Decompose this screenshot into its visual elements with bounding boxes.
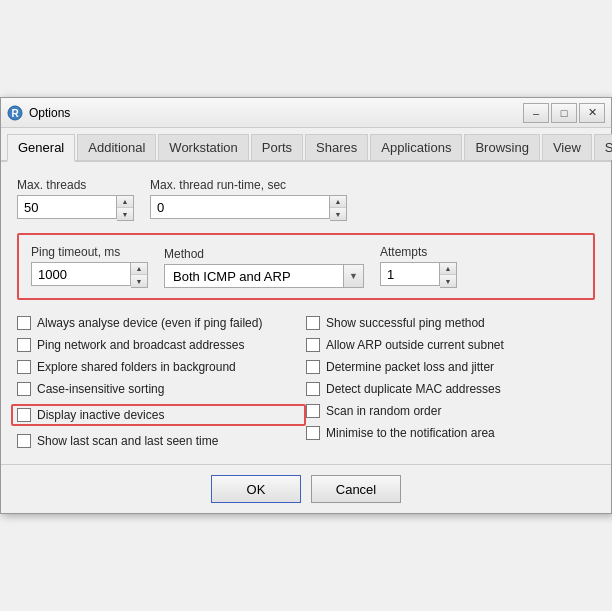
checkbox-packet-loss[interactable] <box>306 360 320 374</box>
checkbox-row-1-right: Allow ARP outside current subnet <box>306 338 595 352</box>
checkbox-show-last-scan[interactable] <box>17 434 31 448</box>
tab-applications[interactable]: Applications <box>370 134 462 160</box>
checkbox-row-2-right: Determine packet loss and jitter <box>306 360 595 374</box>
checkbox-minimise-label: Minimise to the notification area <box>326 426 495 440</box>
max-threads-up[interactable]: ▲ <box>117 196 133 208</box>
method-select-wrap: Both ICMP and ARP ICMP only ARP only ▼ <box>164 264 364 288</box>
checkbox-case-insensitive[interactable] <box>17 382 31 396</box>
max-threads-label: Max. threads <box>17 178 134 192</box>
tab-browsing[interactable]: Browsing <box>464 134 539 160</box>
checkbox-row-0-right: Show successful ping method <box>306 316 595 330</box>
tab-general[interactable]: General <box>7 134 75 162</box>
checkbox-ping-network-label: Ping network and broadcast addresses <box>37 338 244 352</box>
tab-bar: General Additional Workstation Ports Sha… <box>1 128 611 162</box>
cancel-button[interactable]: Cancel <box>311 475 401 503</box>
tab-workstation[interactable]: Workstation <box>158 134 248 160</box>
method-select[interactable]: Both ICMP and ARP ICMP only ARP only <box>164 264 344 288</box>
checkbox-random-order[interactable] <box>306 404 320 418</box>
ping-timeout-down[interactable]: ▼ <box>131 275 147 287</box>
ping-timeout-field: Ping timeout, ms ▲ ▼ <box>31 245 148 288</box>
close-button[interactable]: ✕ <box>579 103 605 123</box>
tab-shortcuts[interactable]: Shortcuts <box>594 134 612 160</box>
checkbox-packet-loss-label: Determine packet loss and jitter <box>326 360 494 374</box>
attempts-input[interactable] <box>380 262 440 286</box>
attempts-up[interactable]: ▲ <box>440 263 456 275</box>
tab-view[interactable]: View <box>542 134 592 160</box>
checkbox-row-4-right: Scan in random order <box>306 404 595 418</box>
svg-text:R: R <box>11 108 19 119</box>
checkboxes-area: Always analyse device (even if ping fail… <box>17 316 595 448</box>
checkbox-random-order-label: Scan in random order <box>326 404 441 418</box>
checkbox-show-ping-method-label: Show successful ping method <box>326 316 485 330</box>
threads-row: Max. threads ▲ ▼ Max. thread run-time, s… <box>17 178 595 221</box>
checkbox-row-2-left: Explore shared folders in background <box>17 360 306 374</box>
checkbox-row-5-left: Show last scan and last seen time <box>17 434 306 448</box>
checkbox-explore-shared[interactable] <box>17 360 31 374</box>
options-dialog: R Options – □ ✕ General Additional Works… <box>0 97 612 514</box>
window-title: Options <box>29 106 523 120</box>
attempts-spinner: ▲ ▼ <box>380 262 457 288</box>
max-threads-down[interactable]: ▼ <box>117 208 133 220</box>
checkbox-ping-network[interactable] <box>17 338 31 352</box>
checkbox-display-inactive[interactable] <box>17 408 31 422</box>
max-runtime-spinner-buttons: ▲ ▼ <box>330 195 347 221</box>
max-threads-input[interactable] <box>17 195 117 219</box>
checkbox-col-right: Show successful ping method Allow ARP ou… <box>306 316 595 448</box>
ping-section: Ping timeout, ms ▲ ▼ Method Both ICMP an… <box>17 233 595 300</box>
checkbox-col-left: Always analyse device (even if ping fail… <box>17 316 306 448</box>
ping-timeout-spinner: ▲ ▼ <box>31 262 148 288</box>
tab-ports[interactable]: Ports <box>251 134 303 160</box>
max-threads-spinner: ▲ ▼ <box>17 195 134 221</box>
tab-additional[interactable]: Additional <box>77 134 156 160</box>
checkbox-allow-arp[interactable] <box>306 338 320 352</box>
ping-timeout-spinner-buttons: ▲ ▼ <box>131 262 148 288</box>
minimize-button[interactable]: – <box>523 103 549 123</box>
attempts-down[interactable]: ▼ <box>440 275 456 287</box>
max-runtime-spinner: ▲ ▼ <box>150 195 347 221</box>
ping-timeout-up[interactable]: ▲ <box>131 263 147 275</box>
checkbox-analyse-device-label: Always analyse device (even if ping fail… <box>37 316 262 330</box>
max-runtime-down[interactable]: ▼ <box>330 208 346 220</box>
checkbox-show-ping-method[interactable] <box>306 316 320 330</box>
checkbox-row-5-right: Minimise to the notification area <box>306 426 595 440</box>
checkbox-row-1-left: Ping network and broadcast addresses <box>17 338 306 352</box>
footer: OK Cancel <box>1 464 611 513</box>
titlebar: R Options – □ ✕ <box>1 98 611 128</box>
method-select-arrow[interactable]: ▼ <box>344 264 364 288</box>
method-label: Method <box>164 247 364 261</box>
checkbox-analyse-device[interactable] <box>17 316 31 330</box>
max-runtime-field: Max. thread run-time, sec ▲ ▼ <box>150 178 347 221</box>
method-field: Method Both ICMP and ARP ICMP only ARP o… <box>164 247 364 288</box>
checkbox-row-4-left: Display inactive devices <box>11 404 306 426</box>
checkbox-show-last-scan-label: Show last scan and last seen time <box>37 434 218 448</box>
max-runtime-input[interactable] <box>150 195 330 219</box>
checkbox-explore-shared-label: Explore shared folders in background <box>37 360 236 374</box>
checkbox-display-inactive-label: Display inactive devices <box>37 408 164 422</box>
checkbox-row-3-right: Detect duplicate MAC addresses <box>306 382 595 396</box>
max-threads-spinner-buttons: ▲ ▼ <box>117 195 134 221</box>
content-area: Max. threads ▲ ▼ Max. thread run-time, s… <box>1 162 611 464</box>
checkbox-detect-mac-label: Detect duplicate MAC addresses <box>326 382 501 396</box>
max-runtime-up[interactable]: ▲ <box>330 196 346 208</box>
checkbox-minimise[interactable] <box>306 426 320 440</box>
tab-shares[interactable]: Shares <box>305 134 368 160</box>
attempts-field: Attempts ▲ ▼ <box>380 245 457 288</box>
checkbox-detect-mac[interactable] <box>306 382 320 396</box>
window-controls: – □ ✕ <box>523 103 605 123</box>
maximize-button[interactable]: □ <box>551 103 577 123</box>
ok-button[interactable]: OK <box>211 475 301 503</box>
ping-timeout-label: Ping timeout, ms <box>31 245 148 259</box>
max-threads-field: Max. threads ▲ ▼ <box>17 178 134 221</box>
attempts-spinner-buttons: ▲ ▼ <box>440 262 457 288</box>
checkbox-allow-arp-label: Allow ARP outside current subnet <box>326 338 504 352</box>
checkbox-case-insensitive-label: Case-insensitive sorting <box>37 382 164 396</box>
app-icon: R <box>7 105 23 121</box>
attempts-label: Attempts <box>380 245 457 259</box>
ping-timeout-input[interactable] <box>31 262 131 286</box>
checkbox-row-3-left: Case-insensitive sorting <box>17 382 306 396</box>
max-runtime-label: Max. thread run-time, sec <box>150 178 347 192</box>
checkbox-row-0-left: Always analyse device (even if ping fail… <box>17 316 306 330</box>
ping-row: Ping timeout, ms ▲ ▼ Method Both ICMP an… <box>31 245 581 288</box>
